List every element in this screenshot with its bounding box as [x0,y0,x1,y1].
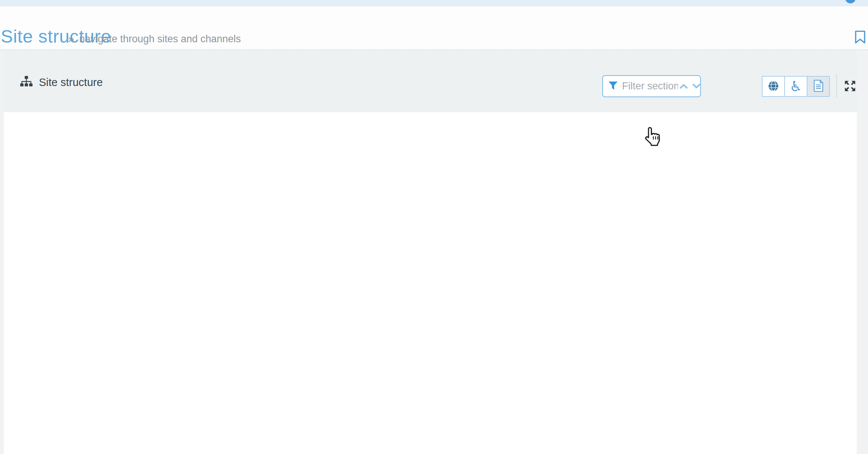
expand-arrows-icon [843,88,857,94]
document-icon [813,80,824,93]
filter-sections-group [602,75,701,97]
bookmark-icon[interactable] [855,30,866,44]
view-toggle-group: ♿ [762,76,830,97]
expand-fullscreen-button[interactable] [843,79,857,94]
toolbar-divider [836,74,837,98]
filter-icon [608,80,618,92]
accessibility-icon: ♿ [789,79,802,93]
site-structure-panel: Site structure [4,50,857,454]
top-bar [0,0,868,6]
filter-sections-input[interactable] [622,80,678,92]
panel-header: Site structure [4,50,857,112]
accessibility-button[interactable]: ♿ [784,76,807,97]
sitemap-icon [19,76,33,89]
filter-previous-button[interactable] [679,83,689,90]
document-view-button[interactable] [807,76,830,97]
user-avatar-partial-icon[interactable] [845,0,856,3]
page-header: Site structure » navigate through sites … [0,6,868,50]
panel-title: Site structure [39,76,103,89]
breadcrumb-separator: » [68,33,74,45]
site-structure-screen: Site structure » navigate through sites … [0,0,868,454]
globe-button[interactable] [762,76,785,97]
filter-next-button[interactable] [692,83,701,90]
globe-icon [768,80,779,93]
breadcrumb: navigate through sites and channels [79,33,241,45]
site-structure-tree [4,123,857,454]
